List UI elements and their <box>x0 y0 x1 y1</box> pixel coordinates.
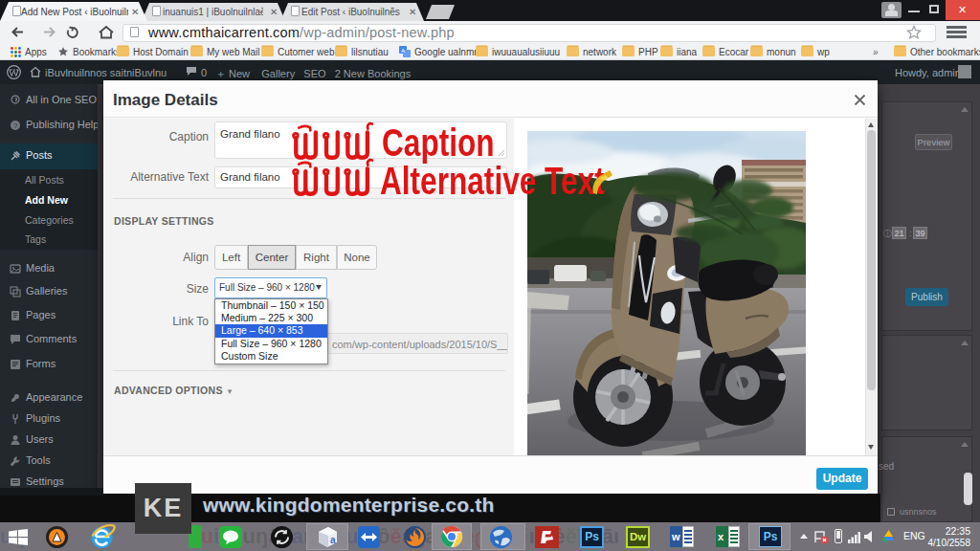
svg-text:?: ? <box>13 121 18 130</box>
svg-text:A: A <box>401 48 405 54</box>
svg-text:a: a <box>330 535 336 545</box>
